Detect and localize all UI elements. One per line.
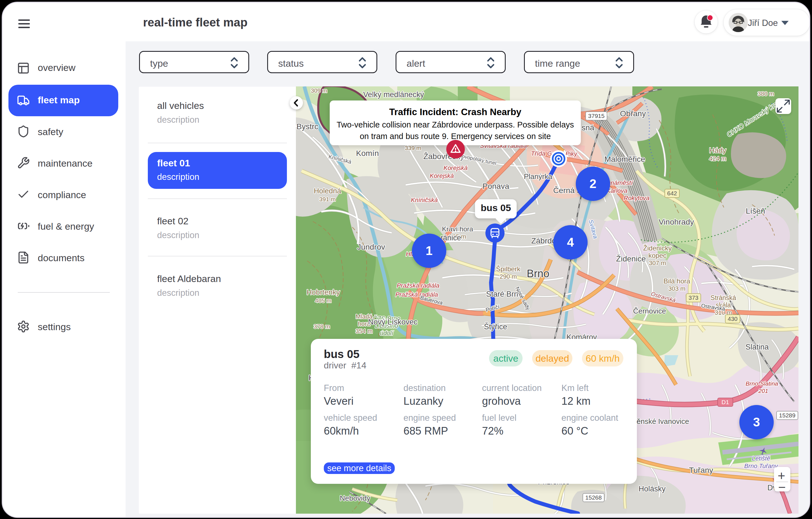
svg-text:Brno Tuřany: Brno Tuřany — [744, 462, 778, 469]
svg-text:424 m: 424 m — [709, 155, 726, 162]
svg-text:430: 430 — [728, 315, 737, 322]
svg-text:Kraví hora: Kraví hora — [442, 225, 473, 233]
svg-text:37915: 37915 — [588, 113, 605, 119]
svg-text:Židenický: Židenický — [643, 244, 671, 252]
svg-text:303 m: 303 m — [668, 285, 685, 292]
svg-text:Jundrov: Jundrov — [357, 243, 385, 251]
svg-text:Kníničská: Kníničská — [411, 196, 438, 204]
svg-text:údolí: údolí — [380, 330, 394, 337]
svg-text:Ponava: Ponava — [483, 182, 509, 190]
svg-text:Maloměřice: Maloměřice — [605, 155, 645, 163]
svg-text:Holásky: Holásky — [639, 485, 666, 493]
svg-text:kopec: kopec — [648, 252, 666, 259]
svg-text:Štýřice: Štýřice — [484, 322, 508, 331]
svg-text:Brno-Slatina: Brno-Slatina — [746, 380, 778, 387]
svg-text:373: 373 — [688, 295, 698, 301]
svg-text:Nový Lískovec: Nový Lískovec — [368, 318, 417, 326]
svg-text:378 m: 378 m — [314, 323, 330, 330]
svg-text:15289: 15289 — [779, 412, 795, 419]
svg-text:Hády: Hády — [709, 146, 726, 154]
svg-text:642: 642 — [667, 190, 677, 196]
svg-text:Nebovidy: Nebovidy — [340, 494, 370, 502]
svg-text:Třída G: Třída G — [531, 150, 552, 157]
svg-text:Bilá hora: Bilá hora — [664, 277, 690, 285]
svg-text:Komín: Komín — [356, 149, 379, 158]
svg-text:D1: D1 — [722, 399, 729, 405]
svg-text:Židenice: Židenice — [616, 254, 646, 263]
svg-text:380 m: 380 m — [758, 90, 774, 97]
svg-text:Holedná: Holedná — [314, 187, 341, 195]
svg-text:Obřany: Obřany — [620, 109, 646, 118]
svg-text:Korejská: Korejská — [443, 164, 468, 172]
svg-text:15268: 15268 — [585, 494, 602, 501]
svg-text:307 m: 307 m — [649, 260, 666, 267]
svg-text:Planýrka: Planýrka — [524, 172, 552, 181]
svg-text:Vinohrady: Vinohrady — [659, 218, 694, 226]
svg-text:Stránská: Stránská — [710, 294, 736, 301]
svg-text:Piky: Piky — [566, 150, 578, 157]
svg-text:Velký medlánecký: Velký medlánecký — [363, 90, 424, 99]
svg-text:Černovice: Černovice — [633, 307, 666, 315]
svg-text:201: 201 — [758, 388, 768, 394]
svg-text:290 m: 290 m — [499, 273, 517, 280]
svg-text:Rokytova: Rokytova — [624, 194, 649, 202]
svg-text:Hobrtenky: Hobrtenky — [307, 288, 340, 296]
svg-text:Korejská: Korejská — [430, 172, 454, 179]
svg-text:Zábrdo: Zábrdo — [531, 237, 556, 245]
svg-text:Pražská radiála: Pražská radiála — [397, 282, 439, 289]
svg-text:Bystrc: Bystrc — [296, 122, 318, 131]
svg-text:309 m: 309 m — [311, 87, 327, 94]
svg-text:Tuřany: Tuřany — [689, 466, 713, 475]
svg-text:Špilberk: Špilberk — [496, 265, 521, 273]
svg-text:Slatina: Slatina — [746, 343, 769, 351]
svg-text:354 m: 354 m — [355, 328, 373, 335]
svg-text:405 m: 405 m — [315, 297, 331, 304]
svg-text:sná: sná — [581, 123, 594, 132]
svg-text:Brno: Brno — [527, 268, 549, 279]
svg-text:391 m: 391 m — [319, 196, 336, 202]
svg-text:Letiště: Letiště — [752, 455, 770, 462]
svg-text:ránice: ránice — [440, 234, 461, 242]
svg-text:339 m: 339 m — [405, 145, 421, 151]
svg-text:hěnské Ivanovice: hěnské Ivanovice — [633, 417, 689, 426]
